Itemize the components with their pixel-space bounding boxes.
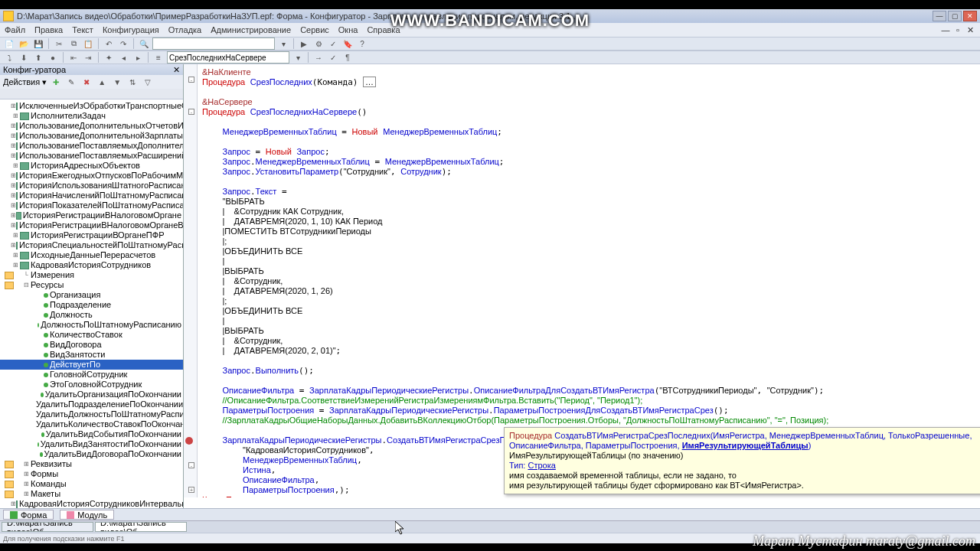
tree-item[interactable]: ⊞ИсторияРегистрацииВОрганеПФР (0, 230, 183, 240)
tree-item[interactable]: УдалитьПодразделениеПоОкончании (0, 399, 183, 409)
tree-item[interactable]: ⊞ИсторияРегистрацииВНалоговомОргане (0, 210, 183, 220)
tree-item[interactable]: Должность (0, 310, 183, 320)
tree-item[interactable]: ⊞ИсторияАдресныхОбъектов (0, 161, 183, 171)
fold-icon[interactable]: - (188, 462, 194, 468)
tree-item[interactable]: ЭтоГоловнойСотрудник (0, 380, 183, 390)
tree-item[interactable]: ⊞ИсходныеДанныеПерерасчетов (0, 250, 183, 260)
minimize-button[interactable]: — (933, 11, 946, 21)
tree-item[interactable]: УдалитьВидСобытияПоОкончании (0, 429, 183, 439)
proc-list-icon[interactable]: ≡ (152, 51, 165, 64)
breakpoint-icon[interactable]: ● (47, 51, 59, 64)
tree-del-icon[interactable]: ✖ (80, 76, 93, 88)
save-icon[interactable]: 💾 (32, 37, 44, 50)
help-icon[interactable]: ? (356, 37, 368, 50)
tree-add-icon[interactable]: ✚ (50, 76, 62, 88)
menu-admin[interactable]: Администрирование (211, 25, 291, 34)
tree-item[interactable]: ВидЗанятости (0, 350, 183, 360)
find-combo[interactable] (152, 37, 275, 50)
window-tab[interactable]: D:\Марат\Запись видео\Об... (2, 522, 93, 532)
fold-icon[interactable]: - (188, 109, 194, 115)
format-icon[interactable]: ¶ (341, 51, 354, 64)
tree-item[interactable]: ⊞ИсторияПоказателейПоШтатномуРасписанию (0, 201, 183, 210)
tree-item[interactable]: ⊞ИсторияСпециальностейПоШтатномуРасписан… (0, 240, 183, 250)
tree-item[interactable]: ⊞ИсторияЕжегодныхОтпусковПоРабочимМеста.… (0, 171, 183, 181)
tree-item[interactable]: ⊞КадроваяИсторияСотрудниковИнтервальный (0, 499, 183, 508)
fold-icon[interactable]: + (188, 487, 194, 493)
actions-menu[interactable]: Действия ▾ (3, 77, 47, 87)
goto-icon[interactable]: → (312, 51, 325, 64)
menu-config[interactable]: Конфигурация (103, 25, 159, 34)
config-tree[interactable]: ⊞ИсключенныеИзОбработкиТранспортныеСооб.… (0, 99, 183, 508)
tree-item[interactable]: Подразделение (0, 300, 183, 310)
paste-icon[interactable]: 📋 (82, 37, 94, 50)
maximize-button[interactable]: ▢ (948, 11, 962, 21)
find-next-icon[interactable]: ▾ (277, 37, 289, 50)
tree-item[interactable]: УдалитьКоличествоСтавокПоОкончании (0, 419, 183, 429)
close-button[interactable]: ✕ (963, 11, 977, 21)
tree-down-icon[interactable]: ▼ (111, 76, 123, 88)
menu-text[interactable]: Текст (72, 25, 93, 34)
tree-item[interactable]: Организация (0, 290, 183, 300)
tree-item[interactable]: ⊞ИсполнителиЗадач (0, 111, 183, 121)
run-icon[interactable]: ▶ (298, 37, 310, 50)
tree-item[interactable]: └Измерения (0, 270, 183, 280)
tree-item[interactable]: ⊞Формы (0, 469, 183, 479)
tree-item[interactable]: ВидДоговора (0, 340, 183, 350)
tree-item[interactable]: ⊞ИсторияИспользованияШтатногоРасписания (0, 181, 183, 191)
procedure-combo[interactable]: СрезПоследнихНаСервере (167, 51, 289, 64)
tree-item[interactable]: ⊞ИсключенныеИзОбработкиТранспортныеСооб.… (0, 101, 183, 111)
new-icon[interactable]: 📄 (3, 37, 15, 50)
tree-item[interactable]: ⊞Макеты (0, 489, 183, 499)
tree-item[interactable]: ⊞КадроваяИсторияСотрудников (0, 260, 183, 270)
step-over-icon[interactable]: ⤵ (3, 51, 15, 64)
menu-windows[interactable]: Окна (338, 25, 358, 34)
tree-item[interactable]: УдалитьВидЗанятостиПоОкончании (0, 439, 183, 449)
tree-item[interactable]: ⊞ИспользованиеДополнительныхОтчетовИОбра… (0, 121, 183, 131)
tree-item[interactable]: ⊞Реквизиты (0, 459, 183, 469)
tree-up-icon[interactable]: ▲ (96, 76, 108, 88)
menu-service[interactable]: Сервис (300, 25, 329, 34)
find-icon[interactable]: 🔍 (138, 37, 150, 50)
bookmark-add-icon[interactable]: ✦ (103, 51, 115, 64)
check-icon[interactable]: ✓ (327, 51, 339, 64)
tree-edit-icon[interactable]: ✎ (65, 76, 77, 88)
code-editor[interactable]: - - - + &НаКлиенте Процедура СрезПоследн… (184, 64, 980, 508)
proc-dropdown-icon[interactable]: ▾ (292, 51, 304, 64)
window-tab[interactable]: D:\Марат\Запись видео\Об... (95, 522, 187, 532)
tab-module[interactable]: Модуль (60, 510, 114, 520)
breakpoint-marker[interactable] (185, 437, 193, 445)
tree-item[interactable]: КоличествоСтавок (0, 330, 183, 340)
syntax-icon[interactable]: ✓ (327, 37, 339, 50)
tree-item[interactable]: УдалитьВидДоговораПоОкончании (0, 449, 183, 459)
tree-item[interactable]: УдалитьОрганизацияПоОкончании (0, 390, 183, 399)
menu-file[interactable]: Файл (5, 25, 25, 34)
doc-close-button[interactable]: ✕ (965, 24, 975, 35)
step-out-icon[interactable]: ⬆ (32, 51, 44, 64)
tree-item[interactable]: УдалитьДолжностьПоШтатномуРаспис... (0, 409, 183, 419)
copy-icon[interactable]: ⧉ (67, 37, 80, 50)
menu-debug[interactable]: Отладка (168, 25, 201, 34)
bookmark-next-icon[interactable]: ▸ (132, 51, 144, 64)
tree-item[interactable]: ⊞ИспользованиеПоставляемыхДополнительных… (0, 141, 183, 151)
tree-item[interactable]: ⊟Ресурсы (0, 280, 183, 290)
menu-edit[interactable]: Правка (34, 25, 63, 34)
cut-icon[interactable]: ✂ (53, 37, 65, 50)
step-into-icon[interactable]: ⬇ (18, 51, 30, 64)
doc-minimize-button[interactable]: — (940, 24, 951, 35)
bookmark-prev-icon[interactable]: ◂ (117, 51, 129, 64)
undo-icon[interactable]: ↶ (103, 37, 115, 50)
tree-item[interactable]: ДействуетПо (0, 360, 183, 370)
tree-item[interactable]: ГоловнойСотрудник (0, 370, 183, 380)
tree-item[interactable]: ДолжностьПоШтатномуРасписанию (0, 320, 183, 330)
redo-icon[interactable]: ↷ (117, 37, 129, 50)
indent-right-icon[interactable]: ⇥ (82, 51, 94, 64)
tree-filter-icon[interactable]: ▽ (142, 76, 154, 88)
panel-close-icon[interactable]: ✕ (173, 65, 180, 75)
doc-restore-button[interactable]: ▫ (952, 24, 963, 35)
tool-icon[interactable]: ⚙ (312, 37, 325, 50)
tree-item[interactable]: ⊞Команды (0, 479, 183, 489)
tree-item[interactable]: ⊞ИсторияРегистрацииВНалоговомОрганеВтори… (0, 220, 183, 230)
bookmark-icon[interactable]: 🔖 (341, 37, 354, 50)
open-icon[interactable]: 📂 (18, 37, 30, 50)
indent-left-icon[interactable]: ⇤ (67, 51, 80, 64)
